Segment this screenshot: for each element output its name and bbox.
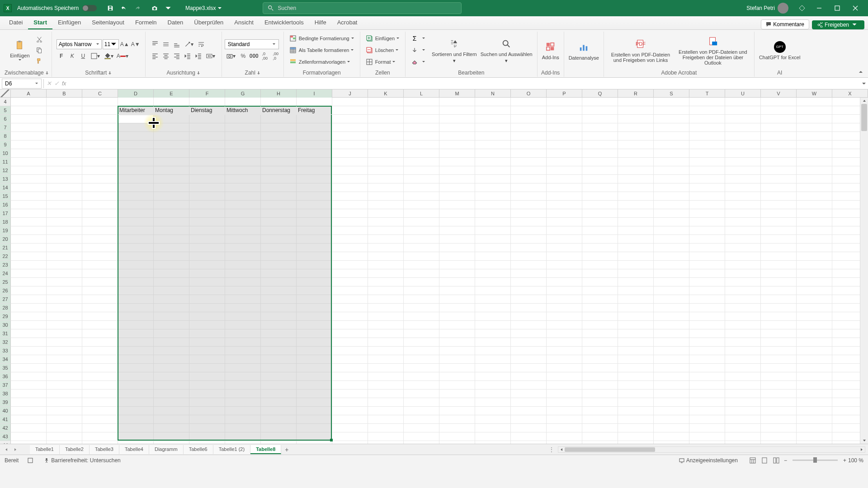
cell[interactable] (368, 338, 404, 347)
cell[interactable] (547, 338, 582, 347)
cell[interactable] (297, 115, 332, 123)
row-header[interactable]: 8 (0, 132, 11, 141)
cell[interactable] (547, 312, 582, 321)
cell[interactable] (725, 278, 761, 286)
cell[interactable] (511, 364, 547, 372)
cell[interactable] (11, 424, 47, 432)
cell[interactable] (725, 415, 761, 424)
save-button[interactable] (105, 3, 116, 14)
cell[interactable] (582, 304, 618, 312)
cell[interactable] (475, 106, 511, 115)
cell[interactable] (225, 304, 261, 312)
cell[interactable] (725, 329, 761, 338)
cell[interactable] (11, 115, 47, 123)
cell[interactable] (368, 286, 404, 295)
cell[interactable] (439, 278, 475, 286)
cell[interactable] (547, 141, 582, 149)
cell[interactable] (797, 278, 832, 286)
cell[interactable] (154, 372, 189, 381)
cell[interactable] (189, 261, 225, 269)
cell[interactable] (297, 261, 332, 269)
user-account[interactable]: Stefan Petri (746, 3, 788, 14)
cell[interactable] (297, 175, 332, 183)
cell[interactable] (689, 347, 725, 355)
cell[interactable] (689, 312, 725, 321)
cell[interactable] (439, 441, 475, 444)
cell[interactable] (654, 106, 689, 115)
cell[interactable] (547, 235, 582, 244)
cell[interactable] (689, 226, 725, 235)
cell[interactable] (225, 381, 261, 389)
cell[interactable] (297, 441, 332, 444)
cell[interactable] (225, 141, 261, 149)
cell[interactable] (725, 244, 761, 252)
filename[interactable]: Mappe3.xlsx (185, 5, 222, 11)
sheet-nav-next[interactable] (12, 446, 19, 453)
cell[interactable] (797, 244, 832, 252)
cell[interactable] (82, 226, 118, 235)
cell[interactable] (618, 424, 654, 432)
cell[interactable] (475, 209, 511, 218)
cell[interactable] (439, 141, 475, 149)
align-bottom-button[interactable] (172, 39, 182, 49)
menu-tab-datei[interactable]: Datei (4, 16, 28, 29)
cell[interactable] (618, 415, 654, 424)
cell[interactable] (118, 286, 154, 295)
cell[interactable] (11, 209, 47, 218)
cell[interactable] (511, 192, 547, 201)
cell[interactable] (332, 347, 368, 355)
menu-tab-seitenlayout[interactable]: Seitenlayout (86, 16, 130, 29)
cell[interactable] (154, 364, 189, 372)
cell[interactable] (582, 158, 618, 166)
cell[interactable] (618, 441, 654, 444)
font-size-select[interactable]: 11 (103, 39, 119, 49)
cell[interactable] (297, 355, 332, 364)
column-header[interactable]: K (368, 89, 404, 98)
cell[interactable] (797, 192, 832, 201)
cell[interactable] (82, 441, 118, 444)
cell[interactable] (225, 269, 261, 278)
cell[interactable] (654, 261, 689, 269)
cell[interactable] (47, 329, 82, 338)
cell[interactable] (439, 183, 475, 192)
cell[interactable] (118, 218, 154, 226)
cell[interactable] (47, 192, 82, 201)
cell[interactable] (654, 98, 689, 106)
cell[interactable] (189, 286, 225, 295)
cell[interactable] (189, 347, 225, 355)
cell[interactable] (439, 269, 475, 278)
cell[interactable] (404, 252, 439, 261)
cell[interactable] (82, 175, 118, 183)
cell[interactable] (404, 286, 439, 295)
row-header[interactable]: 34 (0, 355, 11, 364)
cell[interactable] (511, 381, 547, 389)
cell[interactable] (654, 158, 689, 166)
cell[interactable] (439, 106, 475, 115)
cell[interactable] (725, 201, 761, 209)
cell[interactable] (547, 218, 582, 226)
cell[interactable] (654, 372, 689, 381)
cell[interactable] (297, 347, 332, 355)
wrap-text-button[interactable] (196, 39, 206, 49)
cell[interactable] (725, 252, 761, 261)
row-header[interactable]: 17 (0, 209, 11, 218)
cell[interactable] (797, 209, 832, 218)
cell[interactable] (297, 407, 332, 415)
cell[interactable] (225, 209, 261, 218)
cell[interactable] (689, 321, 725, 329)
cell[interactable] (332, 407, 368, 415)
cell[interactable] (297, 149, 332, 158)
cell[interactable] (618, 123, 654, 132)
row-header[interactable]: 12 (0, 166, 11, 175)
cell[interactable] (547, 424, 582, 432)
row-header[interactable]: 32 (0, 338, 11, 347)
cell[interactable] (189, 407, 225, 415)
cell[interactable] (404, 441, 439, 444)
cell[interactable] (47, 389, 82, 398)
cell[interactable] (82, 312, 118, 321)
cell[interactable] (82, 201, 118, 209)
cell[interactable] (82, 304, 118, 312)
cell[interactable] (654, 226, 689, 235)
cell[interactable] (439, 381, 475, 389)
cell[interactable] (511, 372, 547, 381)
